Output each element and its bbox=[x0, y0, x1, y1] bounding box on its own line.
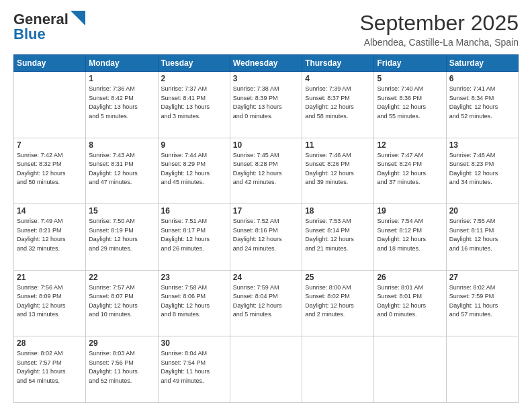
calendar-cell: 1Sunrise: 7:36 AM Sunset: 8:42 PM Daylig… bbox=[86, 72, 158, 138]
day-info: Sunrise: 7:36 AM Sunset: 8:42 PM Dayligh… bbox=[89, 85, 154, 121]
day-number: 29 bbox=[89, 338, 154, 348]
day-number: 20 bbox=[449, 206, 515, 216]
day-info: Sunrise: 7:55 AM Sunset: 8:11 PM Dayligh… bbox=[449, 217, 515, 253]
calendar-cell: 26Sunrise: 8:01 AM Sunset: 8:01 PM Dayli… bbox=[374, 270, 446, 336]
day-number: 22 bbox=[89, 273, 154, 282]
calendar-cell: 4Sunrise: 7:39 AM Sunset: 8:37 PM Daylig… bbox=[302, 72, 374, 138]
day-number: 25 bbox=[305, 273, 371, 282]
svg-marker-0 bbox=[71, 11, 85, 26]
day-info: Sunrise: 7:43 AM Sunset: 8:31 PM Dayligh… bbox=[89, 151, 154, 187]
day-number: 8 bbox=[89, 140, 154, 150]
day-info: Sunrise: 8:01 AM Sunset: 8:01 PM Dayligh… bbox=[377, 283, 443, 320]
day-number: 3 bbox=[233, 74, 299, 83]
calendar-row-1: 7Sunrise: 7:42 AM Sunset: 8:32 PM Daylig… bbox=[14, 138, 519, 204]
day-number: 1 bbox=[89, 74, 154, 83]
day-info: Sunrise: 7:47 AM Sunset: 8:24 PM Dayligh… bbox=[377, 151, 443, 187]
calendar-cell: 19Sunrise: 7:54 AM Sunset: 8:12 PM Dayli… bbox=[374, 204, 446, 271]
calendar-cell: 13Sunrise: 7:48 AM Sunset: 8:23 PM Dayli… bbox=[446, 138, 518, 204]
logo: General Blue bbox=[13, 11, 85, 43]
calendar-cell: 12Sunrise: 7:47 AM Sunset: 8:24 PM Dayli… bbox=[374, 138, 446, 204]
calendar-cell: 3Sunrise: 7:38 AM Sunset: 8:39 PM Daylig… bbox=[230, 72, 302, 138]
logo-arrow-icon bbox=[71, 11, 85, 26]
calendar-cell bbox=[230, 336, 302, 403]
day-number: 21 bbox=[17, 273, 83, 282]
calendar-table: SundayMondayTuesdayWednesdayThursdayFrid… bbox=[13, 54, 519, 403]
day-info: Sunrise: 7:41 AM Sunset: 8:34 PM Dayligh… bbox=[449, 85, 515, 121]
calendar-cell: 15Sunrise: 7:50 AM Sunset: 8:19 PM Dayli… bbox=[86, 204, 158, 271]
day-number: 5 bbox=[377, 74, 443, 83]
day-info: Sunrise: 7:52 AM Sunset: 8:16 PM Dayligh… bbox=[233, 217, 299, 253]
day-number: 4 bbox=[305, 74, 371, 83]
calendar-cell: 22Sunrise: 7:57 AM Sunset: 8:07 PM Dayli… bbox=[86, 270, 158, 336]
calendar-cell bbox=[14, 72, 86, 138]
day-info: Sunrise: 8:02 AM Sunset: 7:57 PM Dayligh… bbox=[17, 349, 83, 385]
day-number: 14 bbox=[17, 206, 83, 216]
day-info: Sunrise: 8:00 AM Sunset: 8:02 PM Dayligh… bbox=[305, 283, 371, 320]
calendar-cell: 2Sunrise: 7:37 AM Sunset: 8:41 PM Daylig… bbox=[158, 72, 230, 138]
calendar-row-0: 1Sunrise: 7:36 AM Sunset: 8:42 PM Daylig… bbox=[14, 72, 519, 138]
day-info: Sunrise: 7:50 AM Sunset: 8:19 PM Dayligh… bbox=[89, 217, 154, 253]
day-number: 10 bbox=[233, 140, 299, 150]
day-info: Sunrise: 7:45 AM Sunset: 8:28 PM Dayligh… bbox=[233, 151, 299, 187]
day-info: Sunrise: 7:48 AM Sunset: 8:23 PM Dayligh… bbox=[449, 151, 515, 187]
header: General Blue September 2025 Albendea, Ca… bbox=[13, 11, 519, 48]
calendar-cell: 16Sunrise: 7:51 AM Sunset: 8:17 PM Dayli… bbox=[158, 204, 230, 271]
day-number: 13 bbox=[449, 140, 515, 150]
calendar-header-monday: Monday bbox=[86, 55, 158, 72]
day-number: 23 bbox=[161, 273, 227, 282]
calendar-cell: 30Sunrise: 8:04 AM Sunset: 7:54 PM Dayli… bbox=[158, 336, 230, 403]
calendar-row-3: 21Sunrise: 7:56 AM Sunset: 8:09 PM Dayli… bbox=[14, 270, 519, 336]
calendar-header-wednesday: Wednesday bbox=[230, 55, 302, 72]
calendar-cell: 11Sunrise: 7:46 AM Sunset: 8:26 PM Dayli… bbox=[302, 138, 374, 204]
day-info: Sunrise: 7:46 AM Sunset: 8:26 PM Dayligh… bbox=[305, 151, 371, 187]
day-number: 7 bbox=[17, 140, 83, 150]
calendar-cell: 9Sunrise: 7:44 AM Sunset: 8:29 PM Daylig… bbox=[158, 138, 230, 204]
calendar-cell: 8Sunrise: 7:43 AM Sunset: 8:31 PM Daylig… bbox=[86, 138, 158, 204]
day-number: 12 bbox=[377, 140, 443, 150]
day-info: Sunrise: 7:56 AM Sunset: 8:09 PM Dayligh… bbox=[17, 283, 83, 320]
day-number: 30 bbox=[161, 338, 227, 348]
calendar-cell bbox=[374, 336, 446, 403]
title-block: September 2025 Albendea, Castille-La Man… bbox=[359, 11, 519, 48]
day-number: 28 bbox=[17, 338, 83, 348]
day-info: Sunrise: 7:44 AM Sunset: 8:29 PM Dayligh… bbox=[161, 151, 227, 187]
calendar-cell: 6Sunrise: 7:41 AM Sunset: 8:34 PM Daylig… bbox=[446, 72, 518, 138]
day-number: 18 bbox=[305, 206, 371, 216]
calendar-header-saturday: Saturday bbox=[446, 55, 518, 72]
calendar-cell: 18Sunrise: 7:53 AM Sunset: 8:14 PM Dayli… bbox=[302, 204, 374, 271]
day-number: 15 bbox=[89, 206, 154, 216]
month-title: September 2025 bbox=[359, 11, 519, 36]
calendar-cell bbox=[446, 336, 518, 403]
day-info: Sunrise: 7:38 AM Sunset: 8:39 PM Dayligh… bbox=[233, 85, 299, 121]
day-info: Sunrise: 7:59 AM Sunset: 8:04 PM Dayligh… bbox=[233, 283, 299, 320]
calendar-cell: 28Sunrise: 8:02 AM Sunset: 7:57 PM Dayli… bbox=[14, 336, 86, 403]
calendar-cell: 20Sunrise: 7:55 AM Sunset: 8:11 PM Dayli… bbox=[446, 204, 518, 271]
day-info: Sunrise: 8:04 AM Sunset: 7:54 PM Dayligh… bbox=[161, 349, 227, 385]
calendar-header-thursday: Thursday bbox=[302, 55, 374, 72]
day-number: 26 bbox=[377, 273, 443, 282]
day-info: Sunrise: 7:58 AM Sunset: 8:06 PM Dayligh… bbox=[161, 283, 227, 320]
day-info: Sunrise: 7:39 AM Sunset: 8:37 PM Dayligh… bbox=[305, 85, 371, 121]
day-number: 2 bbox=[161, 74, 227, 83]
calendar-cell: 29Sunrise: 8:03 AM Sunset: 7:56 PM Dayli… bbox=[86, 336, 158, 403]
calendar-row-2: 14Sunrise: 7:49 AM Sunset: 8:21 PM Dayli… bbox=[14, 204, 519, 271]
day-number: 6 bbox=[449, 74, 515, 83]
day-info: Sunrise: 7:57 AM Sunset: 8:07 PM Dayligh… bbox=[89, 283, 154, 320]
day-number: 19 bbox=[377, 206, 443, 216]
day-info: Sunrise: 7:53 AM Sunset: 8:14 PM Dayligh… bbox=[305, 217, 371, 253]
location: Albendea, Castille-La Mancha, Spain bbox=[359, 37, 519, 48]
page: General Blue September 2025 Albendea, Ca… bbox=[0, 0, 532, 411]
calendar-cell bbox=[302, 336, 374, 403]
day-number: 9 bbox=[161, 140, 227, 150]
calendar-header-row: SundayMondayTuesdayWednesdayThursdayFrid… bbox=[14, 55, 519, 72]
calendar-cell: 7Sunrise: 7:42 AM Sunset: 8:32 PM Daylig… bbox=[14, 138, 86, 204]
day-info: Sunrise: 7:51 AM Sunset: 8:17 PM Dayligh… bbox=[161, 217, 227, 253]
calendar-cell: 25Sunrise: 8:00 AM Sunset: 8:02 PM Dayli… bbox=[302, 270, 374, 336]
calendar-header-friday: Friday bbox=[374, 55, 446, 72]
day-info: Sunrise: 7:42 AM Sunset: 8:32 PM Dayligh… bbox=[17, 151, 83, 187]
calendar-cell: 5Sunrise: 7:40 AM Sunset: 8:36 PM Daylig… bbox=[374, 72, 446, 138]
calendar-header-sunday: Sunday bbox=[14, 55, 86, 72]
calendar-cell: 10Sunrise: 7:45 AM Sunset: 8:28 PM Dayli… bbox=[230, 138, 302, 204]
day-info: Sunrise: 7:40 AM Sunset: 8:36 PM Dayligh… bbox=[377, 85, 443, 121]
day-info: Sunrise: 8:03 AM Sunset: 7:56 PM Dayligh… bbox=[89, 349, 154, 385]
